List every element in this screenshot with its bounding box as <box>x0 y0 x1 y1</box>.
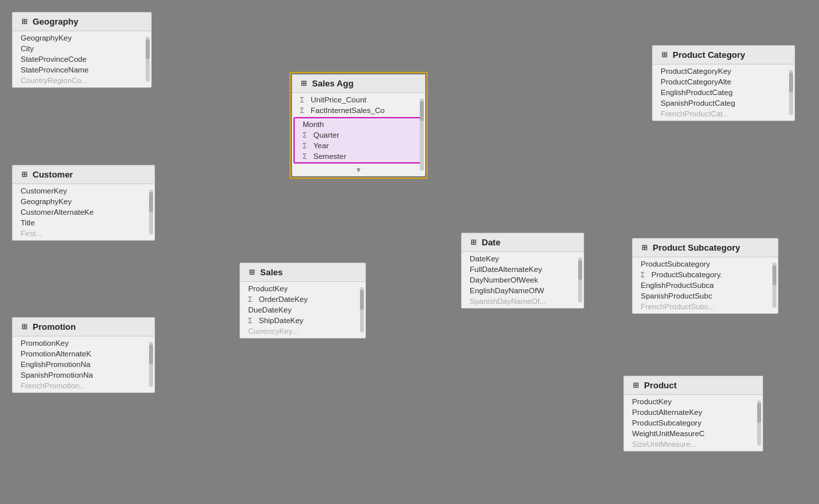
field-frenchproductsubc: FrenchProductSubc... <box>633 301 778 312</box>
field-factinternet-count: Σ FactInternetSales_Co <box>292 105 425 116</box>
product-subcategory-body: ProductSubcategory Σ ProductSubcategory.… <box>633 257 778 313</box>
sigma-icon: Σ <box>303 153 311 160</box>
field-unitprice-count: Σ UnitPrice_Count <box>292 94 425 105</box>
customer-header: ⊞ Customer <box>13 166 154 184</box>
field-productkey: ProductKey <box>624 396 762 407</box>
field-duedatekey: DueDateKey <box>240 305 365 315</box>
field-productcategoryalte: ProductCategoryAlte <box>653 76 794 87</box>
field-frenchpromotion: FrenchPromotion... <box>13 380 154 391</box>
geography-body: GeographyKey City StateProvinceCode Stat… <box>13 31 151 87</box>
field-customeralternate: CustomerAlternateKe <box>13 207 154 217</box>
date-header: ⊞ Date <box>462 233 583 252</box>
field-quarter: Σ Quarter <box>295 130 422 140</box>
geography-header: ⊞ Geography <box>13 13 151 31</box>
field-spanishproductsubc: SpanishProductSubc <box>633 291 778 301</box>
field-currencykey: CurrencyKey... <box>240 326 365 336</box>
sales-agg-body: Σ UnitPrice_Count Σ FactInternetSales_Co… <box>292 93 425 176</box>
sigma-icon: Σ <box>248 296 256 303</box>
field-promotionalternate: PromotionAlternateK <box>13 348 154 359</box>
sales-header: ⊞ Sales <box>240 263 365 282</box>
field-fulldatealternate: FullDateAlternateKey <box>462 264 583 275</box>
geography-table: ⊞ Geography GeographyKey City StateProvi… <box>12 12 152 88</box>
field-geographykey: GeographyKey <box>13 196 154 207</box>
field-englishproductcateg: EnglishProductCateg <box>653 87 794 98</box>
product-header: ⊞ Product <box>624 376 762 395</box>
field-city: City <box>13 43 151 54</box>
field-productkey: ProductKey <box>240 283 365 294</box>
field-productcategorykey: ProductCategoryKey <box>653 66 794 76</box>
field-stateprovincename: StateProvinceName <box>13 64 151 75</box>
table-icon: ⊞ <box>247 268 256 277</box>
field-shipdatekey: Σ ShipDateKey <box>240 315 365 326</box>
product-body: ProductKey ProductAlternateKey ProductSu… <box>624 395 762 451</box>
field-title: Title <box>13 217 154 228</box>
field-daynumberofweek: DayNumberOfWeek <box>462 275 583 285</box>
field-orderdatekey: Σ OrderDateKey <box>240 294 365 305</box>
field-customerkey: CustomerKey <box>13 186 154 196</box>
product-category-body: ProductCategoryKey ProductCategoryAlte E… <box>653 64 794 120</box>
sales-agg-wrapper: ⊞ Sales Agg Σ UnitPrice_Count Σ FactInte… <box>289 72 428 179</box>
promotion-body: PromotionKey PromotionAlternateK English… <box>13 336 154 392</box>
field-countryregion: CountryRegionCo... <box>13 75 151 86</box>
table-icon: ⊞ <box>659 51 669 60</box>
product-subcategory-table: ⊞ Product Subcategory ProductSubcategory… <box>632 238 778 314</box>
sigma-icon: Σ <box>641 271 649 279</box>
field-productsubcategory: ProductSubcategory <box>624 418 762 428</box>
field-promotionkey: PromotionKey <box>13 338 154 348</box>
sales-agg-table: ⊞ Sales Agg Σ UnitPrice_Count Σ FactInte… <box>292 74 425 176</box>
sigma-icon: Σ <box>303 142 311 150</box>
field-englishdayname: EnglishDayNameOfW <box>462 285 583 296</box>
field-frenchproductcat: FrenchProductCat... <box>653 108 794 119</box>
field-spanishdayname: SpanishDayNameOf... <box>462 296 583 307</box>
table-icon: ⊞ <box>639 243 649 253</box>
field-productsubcategorykey: ProductSubcategory <box>633 259 778 269</box>
field-productsubcategoryalt: Σ ProductSubcategory. <box>633 269 778 280</box>
field-productalternatekey: ProductAlternateKey <box>624 407 762 418</box>
field-englishpromotion: EnglishPromotionNa <box>13 359 154 370</box>
sales-table: ⊞ Sales ProductKey Σ OrderDateKey DueDat… <box>240 263 366 338</box>
field-month: Month <box>295 119 422 130</box>
field-geographykey: GeographyKey <box>13 33 151 43</box>
table-icon: ⊞ <box>299 79 308 88</box>
table-icon: ⊞ <box>19 17 29 27</box>
customer-body: CustomerKey GeographyKey CustomerAlterna… <box>13 184 154 240</box>
field-year: Σ Year <box>295 140 422 151</box>
product-category-header: ⊞ Product Category <box>653 46 794 64</box>
field-stateprovincecode: StateProvinceCode <box>13 54 151 64</box>
sales-agg-header: ⊞ Sales Agg <box>292 74 425 93</box>
table-icon: ⊞ <box>19 170 29 180</box>
field-englishproductsubca: EnglishProductSubca <box>633 280 778 291</box>
table-icon: ⊞ <box>468 238 478 247</box>
promotion-table: ⊞ Promotion PromotionKey PromotionAltern… <box>12 317 155 393</box>
sales-body: ProductKey Σ OrderDateKey DueDateKey Σ S… <box>240 282 365 338</box>
sigma-icon: Σ <box>248 317 256 324</box>
field-spanishproductcateg: SpanishProductCateg <box>653 98 794 108</box>
date-table: ⊞ Date DateKey FullDateAlternateKey DayN… <box>461 233 584 309</box>
field-datekey: DateKey <box>462 253 583 264</box>
date-body: DateKey FullDateAlternateKey DayNumberOf… <box>462 252 583 308</box>
sigma-icon: Σ <box>303 132 311 139</box>
field-weightunitmeasure: WeightUnitMeasureC <box>624 428 762 439</box>
product-category-table: ⊞ Product Category ProductCategoryKey Pr… <box>652 45 795 121</box>
promotion-header: ⊞ Promotion <box>13 318 154 336</box>
customer-table: ⊞ Customer CustomerKey GeographyKey Cust… <box>12 165 155 241</box>
field-sizeunitmeasure: SizeUnitMeasure... <box>624 439 762 449</box>
table-icon: ⊞ <box>19 322 29 332</box>
sigma-icon: Σ <box>300 107 308 114</box>
product-subcategory-header: ⊞ Product Subcategory <box>633 239 778 257</box>
sigma-icon: Σ <box>300 96 308 104</box>
table-icon: ⊞ <box>631 381 640 390</box>
field-spanishpromotion: SpanishPromotionNa <box>13 370 154 380</box>
field-firstname: First... <box>13 228 154 239</box>
product-table: ⊞ Product ProductKey ProductAlternateKey… <box>623 376 763 451</box>
field-semester: Σ Semester <box>295 151 422 162</box>
